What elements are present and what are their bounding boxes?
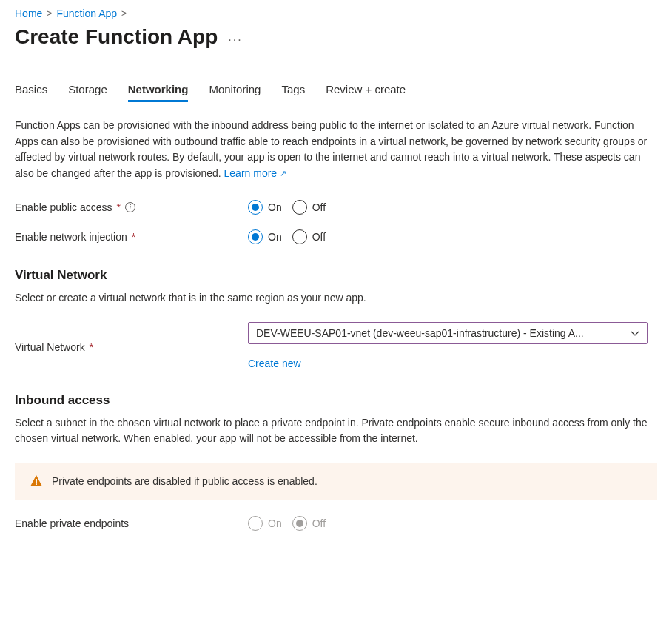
dropdown-value: DEV-WEEU-SAP01-vnet (dev-weeu-sap01-infr… [256,327,625,339]
breadcrumb-home[interactable]: Home [15,7,42,19]
enable-private-endpoints-label: Enable private endpoints [15,517,129,529]
radio-icon [292,516,307,531]
info-icon[interactable]: i [125,202,135,212]
breadcrumb-function-app[interactable]: Function App [56,7,117,19]
svg-rect-1 [36,483,37,485]
enable-public-access-label: Enable public access * [15,201,121,213]
breadcrumb-separator: > [47,8,52,19]
page-title: Create Function App [15,25,218,49]
learn-more-text: Learn more [224,167,278,179]
more-actions-button[interactable]: ··· [228,27,242,47]
private-endpoints-off-radio: Off [292,516,326,531]
virtual-network-dropdown[interactable]: DEV-WEEU-SAP01-vnet (dev-weeu-sap01-infr… [248,322,648,344]
radio-label: Off [312,517,326,529]
radio-label: On [268,231,282,243]
networking-description: Function Apps can be provisioned with th… [15,118,657,182]
create-new-link[interactable]: Create new [248,358,301,369]
radio-label: On [268,517,282,529]
external-link-icon: ↗ [280,169,286,178]
radio-label: Off [312,231,326,243]
virtual-network-section-header: Virtual Network [15,268,657,283]
breadcrumb-separator: > [121,8,127,19]
warning-icon [30,475,43,488]
tab-review-create[interactable]: Review + create [326,78,406,102]
tab-monitoring[interactable]: Monitoring [209,78,261,102]
tabs: Basics Storage Networking Monitoring Tag… [15,78,657,103]
inbound-access-section-desc: Select a subnet in the chosen virtual ne… [15,415,657,446]
svg-rect-0 [36,479,37,483]
radio-icon [292,200,307,215]
learn-more-link[interactable]: Learn more ↗ [224,167,286,179]
enable-network-injection-label: Enable network injection * [15,231,135,243]
radio-icon [248,516,263,531]
public-access-on-radio[interactable]: On [248,200,282,215]
virtual-network-section-desc: Select or create a virtual network that … [15,290,657,306]
description-text: Function Apps can be provisioned with th… [15,119,647,179]
radio-icon [292,229,307,244]
radio-label: Off [312,201,326,213]
inbound-access-section-header: Inbound access [15,393,657,408]
warning-text: Private endpoints are disabled if public… [52,475,317,487]
warning-banner: Private endpoints are disabled if public… [15,463,657,500]
network-injection-on-radio[interactable]: On [248,229,282,244]
chevron-down-icon [631,327,639,339]
tab-storage[interactable]: Storage [68,78,107,102]
radio-icon [248,200,263,215]
network-injection-off-radio[interactable]: Off [292,229,326,244]
tab-basics[interactable]: Basics [15,78,47,102]
breadcrumb: Home > Function App > [15,7,657,19]
tab-tags[interactable]: Tags [281,78,305,102]
public-access-off-radio[interactable]: Off [292,200,326,215]
radio-icon [248,229,263,244]
tab-networking[interactable]: Networking [128,78,189,102]
virtual-network-label: Virtual Network * [15,341,93,353]
private-endpoints-on-radio: On [248,516,282,531]
radio-label: On [268,201,282,213]
